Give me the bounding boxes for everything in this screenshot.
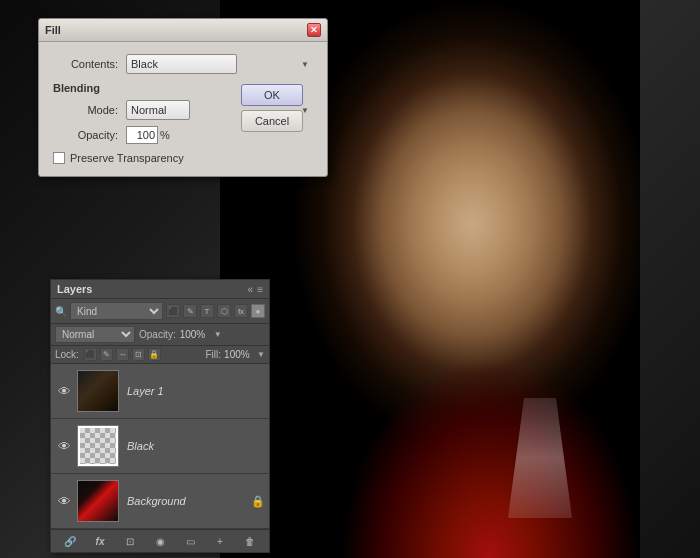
blend-mode-bar: Normal Dissolve Multiply Screen Overlay … (51, 324, 269, 346)
kind-select[interactable]: Kind Name Effect Mode Attribute Color (70, 302, 163, 320)
lock-bar: Lock: ⬛ ✎ ↔ ⊡ 🔒 Fill: 100% ▼ (51, 346, 269, 364)
dialog-content: Contents: Black White Color... Foregroun… (53, 54, 313, 164)
fill-dropdown-icon[interactable]: ▼ (257, 350, 265, 359)
fill-value: 100% (224, 349, 254, 360)
lock-all-icon[interactable]: 🔒 (148, 348, 161, 361)
layers-panel: Layers « ≡ 🔍 Kind Name Effect Mode Attri… (50, 279, 270, 553)
contents-label: Contents: (53, 58, 118, 70)
lock-label: Lock: (55, 349, 79, 360)
jersey-hint (340, 358, 640, 558)
add-adjustment-button[interactable]: ◉ (151, 533, 169, 549)
layer-row-layer1[interactable]: 👁 Layer 1 (51, 364, 269, 419)
preserve-transparency-label: Preserve Transparency (70, 152, 184, 164)
layer1-name: Layer 1 (127, 385, 164, 397)
filter-type-icon[interactable]: T (200, 304, 214, 318)
lock-pixels-icon[interactable]: ⬛ (84, 348, 97, 361)
layer1-thumb-content (78, 371, 118, 411)
dialog-close-button[interactable]: ✕ (307, 23, 321, 37)
filter-icons: ⬛ ✎ T ⬡ fx ● (166, 304, 265, 318)
filter-fx-icon[interactable]: fx (234, 304, 248, 318)
layer1-thumbnail (77, 370, 119, 412)
opacity-label: Opacity: (53, 129, 118, 141)
panel-menu-icon[interactable]: ≡ (257, 284, 263, 295)
link-layers-button[interactable]: 🔗 (61, 533, 79, 549)
layers-titlebar: Layers « ≡ (51, 280, 269, 299)
blend-mode-select[interactable]: Normal Dissolve Multiply Screen Overlay (55, 326, 135, 343)
add-layer-button[interactable]: + (211, 533, 229, 549)
delete-layer-button[interactable]: 🗑 (241, 533, 259, 549)
layer-row-black[interactable]: 👁 Black (51, 419, 269, 474)
fill-dialog: Fill ✕ Contents: Black White Color... Fo… (38, 18, 328, 177)
opacity-label-sm: Opacity: (139, 329, 176, 340)
layer-row-background[interactable]: 👁 Background 🔒 (51, 474, 269, 529)
background-layer-name: Background (127, 495, 186, 507)
lock-position-icon[interactable]: ✎ (100, 348, 113, 361)
contents-select[interactable]: Black White Color... Foreground Color Ba… (126, 54, 237, 74)
search-icon: 🔍 (55, 306, 67, 317)
black-layer-name: Black (127, 440, 154, 452)
add-group-button[interactable]: ▭ (181, 533, 199, 549)
filter-toggle-icon[interactable]: ● (251, 304, 265, 318)
black-layer-thumb-content (78, 426, 118, 466)
layers-title-icons: « ≡ (248, 284, 263, 295)
dialog-title: Fill (45, 24, 61, 36)
opacity-input[interactable] (126, 126, 158, 144)
layers-toolbar: 🔗 fx ⊡ ◉ ▭ + 🗑 (51, 529, 269, 552)
opacity-value: 100% (180, 329, 210, 340)
mode-label: Mode: (53, 104, 118, 116)
contents-select-wrapper: Black White Color... Foreground Color Ba… (126, 54, 313, 74)
preserve-transparency-checkbox[interactable] (53, 152, 65, 164)
add-fx-button[interactable]: fx (91, 533, 109, 549)
preserve-transparency-row: Preserve Transparency (53, 152, 313, 164)
filter-adjust-icon[interactable]: ✎ (183, 304, 197, 318)
opacity-pct: % (160, 129, 170, 141)
fill-label: Fill: (206, 349, 222, 360)
mode-select-wrapper: Normal Dissolve Multiply Screen Overlay (126, 100, 313, 120)
layer1-visibility-eye[interactable]: 👁 (55, 382, 73, 400)
lock-move-icon[interactable]: ↔ (116, 348, 129, 361)
contents-row: Contents: Black White Color... Foregroun… (53, 54, 313, 74)
dialog-titlebar: Fill ✕ (39, 19, 327, 42)
collapse-icon[interactable]: « (248, 284, 254, 295)
filter-shape-icon[interactable]: ⬡ (217, 304, 231, 318)
background-layer-thumb-content (78, 481, 118, 521)
layers-panel-title: Layers (57, 283, 92, 295)
opacity-dropdown-icon[interactable]: ▼ (214, 330, 222, 339)
filter-pixel-icon[interactable]: ⬛ (166, 304, 180, 318)
add-mask-button[interactable]: ⊡ (121, 533, 139, 549)
dialog-body: Contents: Black White Color... Foregroun… (39, 42, 327, 176)
background-layer-visibility-eye[interactable]: 👁 (55, 492, 73, 510)
background-layer-lock-icon: 🔒 (251, 495, 265, 508)
mode-row: Mode: Normal Dissolve Multiply Screen Ov… (53, 100, 313, 120)
background-layer-thumbnail (77, 480, 119, 522)
black-layer-thumbnail (77, 425, 119, 467)
lock-artboard-icon[interactable]: ⊡ (132, 348, 145, 361)
mode-select[interactable]: Normal Dissolve Multiply Screen Overlay (126, 100, 190, 120)
layers-search-bar: 🔍 Kind Name Effect Mode Attribute Color … (51, 299, 269, 324)
black-layer-visibility-eye[interactable]: 👁 (55, 437, 73, 455)
